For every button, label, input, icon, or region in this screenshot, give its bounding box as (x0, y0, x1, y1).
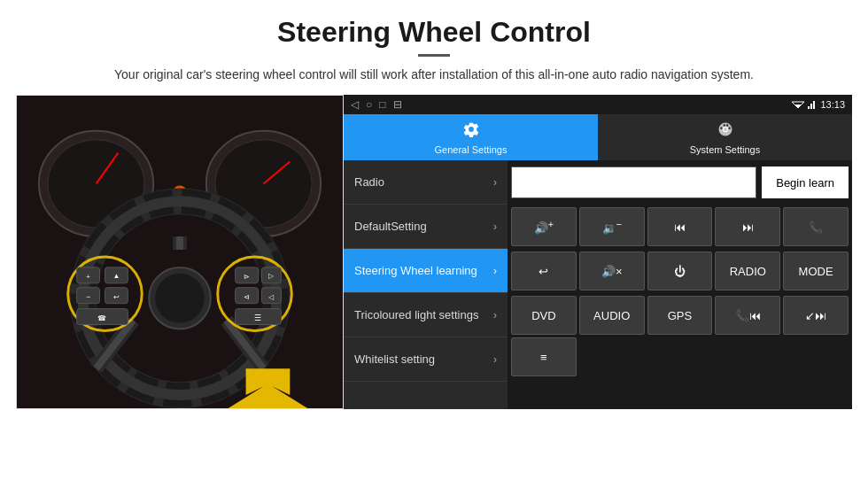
general-settings-icon (462, 120, 480, 143)
mute-icon: 🔊× (601, 265, 623, 278)
car-image: + − ▲ ↩ ☎ ⊳ ⊲ ▷ ◁ ☰ (16, 95, 344, 409)
wifi-icon (792, 100, 804, 109)
menu-whitelist-label: Whitelist setting (354, 352, 435, 366)
menu-item-radio[interactable]: Radio › (344, 160, 508, 205)
svg-text:▲: ▲ (112, 272, 120, 280)
status-bar: ◁ ○ □ ⊟ 13:13 (344, 95, 852, 114)
svg-text:+: + (86, 273, 90, 281)
power-button[interactable]: ⏻ (647, 252, 713, 290)
main-content: + − ▲ ↩ ☎ ⊳ ⊲ ▷ ◁ ☰ (16, 95, 852, 409)
android-panel: ◁ ○ □ ⊟ 13:13 (344, 95, 852, 409)
top-row: Begin learn (508, 160, 852, 205)
radio-button[interactable]: RADIO (715, 252, 780, 290)
system-settings-icon (717, 120, 734, 143)
nav-home-icon[interactable]: ○ (366, 98, 372, 111)
svg-text:▷: ▷ (268, 272, 275, 280)
phone-next-icon: ↙⏭ (805, 309, 826, 322)
dvd-label: DVD (531, 309, 555, 322)
svg-rect-45 (810, 104, 812, 109)
audio-label: AUDIO (593, 309, 630, 322)
mode-label: MODE (799, 265, 833, 278)
mode-button[interactable]: MODE (783, 252, 849, 290)
svg-text:☎: ☎ (97, 314, 106, 322)
svg-text:⊳: ⊳ (244, 273, 250, 281)
svg-rect-46 (813, 101, 815, 109)
svg-text:☰: ☰ (254, 314, 261, 322)
svg-text:⊲: ⊲ (244, 293, 250, 301)
tab-general-label: General Settings (435, 144, 508, 155)
prev-track-icon: ⏮ (674, 221, 686, 234)
prev-track-button[interactable]: ⏮ (647, 207, 713, 246)
vol-down-button[interactable]: 🔉− (579, 207, 645, 246)
tab-general[interactable]: General Settings (344, 114, 598, 160)
content-area: Radio › DefaultSetting › Steering Wheel … (344, 160, 852, 409)
nav-extra-icon[interactable]: ⊟ (393, 98, 402, 111)
controls-grid-row2: ↩ 🔊× ⏻ RADIO MODE (508, 249, 852, 293)
next-track-button[interactable]: ⏭ (715, 207, 780, 246)
controls-grid-row1: 🔊+ 🔉− ⏮ ⏭ 📞 (508, 205, 852, 249)
menu-tricoloured-label: Tricoloured light settings (354, 308, 478, 321)
nav-recent-icon[interactable]: □ (379, 98, 385, 111)
chevron-icon: › (493, 176, 497, 189)
title-divider (418, 54, 450, 57)
next-track-icon: ⏭ (742, 221, 754, 234)
chevron-icon: › (493, 265, 497, 277)
mute-button[interactable]: 🔊× (579, 252, 645, 290)
svg-marker-43 (794, 105, 802, 108)
hang-up-button[interactable]: ↩ (511, 252, 577, 290)
phone-prev-button[interactable]: 📞⏮ (715, 296, 780, 335)
gps-button[interactable]: GPS (647, 296, 713, 335)
tab-system-label: System Settings (690, 144, 760, 155)
hang-up-icon: ↩ (539, 265, 548, 278)
menu-item-whitelist[interactable]: Whitelist setting › (344, 337, 508, 382)
status-bar-right: 13:13 (792, 99, 845, 110)
begin-learn-button[interactable]: Begin learn (762, 166, 849, 198)
nav-back-icon[interactable]: ◁ (351, 98, 359, 111)
chevron-icon: › (493, 309, 497, 321)
chevron-icon: › (493, 221, 497, 233)
gps-label: GPS (668, 309, 692, 322)
page-header: Steering Wheel Control Your original car… (0, 0, 868, 95)
vol-up-button[interactable]: 🔊+ (511, 207, 577, 246)
menu-item-steering-wheel[interactable]: Steering Wheel learning › (344, 249, 508, 293)
chevron-icon: › (493, 353, 497, 366)
nav-buttons: ◁ ○ □ ⊟ (351, 98, 402, 111)
phone-prev-icon: 📞⏮ (735, 309, 761, 322)
svg-text:◁: ◁ (268, 293, 275, 301)
radio-label: RADIO (730, 265, 766, 278)
dvd-button[interactable]: DVD (511, 296, 577, 335)
phone-next-button[interactable]: ↙⏭ (783, 296, 849, 335)
phone-button[interactable]: 📞 (783, 207, 849, 246)
tab-bar: General Settings System Settings (344, 114, 852, 160)
vol-up-icon: 🔊+ (534, 219, 554, 235)
phone-icon: 📞 (809, 221, 823, 234)
svg-point-18 (155, 274, 205, 323)
tab-system[interactable]: System Settings (598, 114, 852, 160)
svg-text:−: − (86, 292, 90, 301)
signal-icon (808, 100, 817, 109)
page-title: Steering Wheel Control (18, 16, 850, 49)
menu-steering-label: Steering Wheel learning (354, 264, 477, 277)
menu-item-default-setting[interactable]: DefaultSetting › (344, 205, 508, 249)
menu-radio-label: Radio (354, 175, 384, 189)
list-icon: ≡ (540, 351, 547, 364)
power-icon: ⏻ (674, 265, 686, 278)
page-description: Your original car's steering wheel contr… (18, 66, 850, 84)
controls-grid-row4: ≡ (508, 337, 852, 379)
clock: 13:13 (820, 99, 845, 110)
audio-button[interactable]: AUDIO (579, 296, 645, 335)
svg-rect-44 (808, 106, 810, 109)
svg-text:↩: ↩ (113, 293, 120, 301)
vol-down-icon: 🔉− (602, 219, 622, 235)
key-input-box[interactable] (511, 166, 756, 198)
left-menu: Radio › DefaultSetting › Steering Wheel … (344, 160, 508, 409)
list-button[interactable]: ≡ (511, 337, 577, 376)
controls-grid-row3: DVD AUDIO GPS 📞⏮ ↙⏭ (508, 293, 852, 337)
right-panel: Begin learn 🔊+ 🔉− ⏮ ⏭ (508, 160, 852, 409)
menu-default-label: DefaultSetting (354, 220, 427, 233)
menu-item-tricoloured[interactable]: Tricoloured light settings › (344, 293, 508, 337)
